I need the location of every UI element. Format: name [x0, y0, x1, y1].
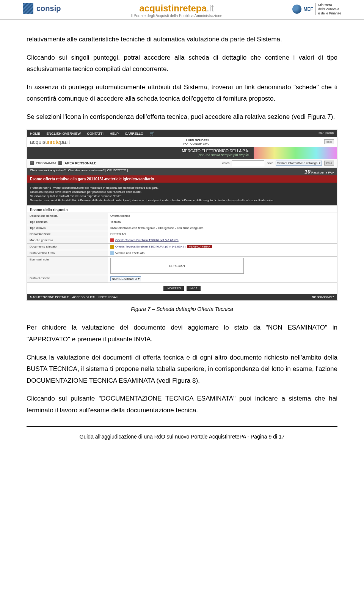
user-org: PO - CONSIP SPA: [183, 142, 209, 145]
desc-value: Offerta tecnica: [108, 213, 337, 219]
table-row: Documento allegatoOfferta Tecnica Errebi…: [27, 244, 337, 250]
table-row: Eventuali noteERREBIAN: [27, 257, 337, 275]
note-label: Eventuali note: [27, 257, 108, 275]
phone-icon: ☎: [312, 295, 316, 299]
cart-icon[interactable]: 🛒: [150, 131, 154, 136]
passi-q2[interactable]: Che strumento vuoi usare?: [68, 169, 105, 172]
footer-phone: 800-906-227: [317, 295, 334, 299]
logo-acquistinrete: acquistinretepa.it Il Portale degli Acqu…: [131, 3, 223, 18]
table-row: Stato verifica firmaVerifica non effettu…: [27, 250, 337, 257]
passi-pa[interactable]: Passi per la PA: [311, 171, 332, 174]
verifica-firma-button[interactable]: VERIFICA FIRMA: [187, 245, 212, 248]
doc-value[interactable]: Offerta Tecnica Errebian T10246.Pdf.p7m …: [115, 245, 185, 248]
pdf-icon: [110, 238, 114, 242]
emb-row2: acquistinretepa.it LUIGI SCUDERI PO - CO…: [27, 137, 337, 147]
indietro-button[interactable]: INDIETRO: [163, 286, 184, 291]
emb-infobox: I fornitori hanno inviato documentazione…: [27, 183, 337, 206]
emb-subtitle: Esame della risposta: [27, 205, 337, 213]
dots-icon[interactable]: ::: [58, 161, 62, 165]
emb-logo: acquistinretepa.it: [30, 139, 70, 145]
chevron-down-icon: ▾: [138, 277, 140, 281]
footer-manut[interactable]: MANUTENZIONE PORTALE: [30, 295, 69, 299]
esci-button[interactable]: esci: [324, 139, 334, 144]
consip-text: consip: [36, 4, 61, 13]
info-l4: Se avete reso possibile la visibilità de…: [30, 198, 334, 202]
mef-line1: Ministero: [318, 3, 341, 7]
topnav-carrello[interactable]: CARRELLO: [125, 132, 144, 136]
emb-topbar: HOME ENGLISH OVERVIEW CONTATTI HELP CARR…: [27, 130, 337, 137]
tipo-value: Tecnica: [108, 219, 337, 225]
invio-value: Invio telematico con firma digitale - Ob…: [108, 225, 337, 231]
figure-caption: Figura 7 – Scheda dettaglio Offerta Tecn…: [27, 306, 337, 312]
model-value[interactable]: Offerta Tecnica Errebian T20246.pdf (47.…: [115, 238, 179, 242]
topnav-help[interactable]: HELP: [110, 132, 119, 136]
passi-cruscotto[interactable]: CRUSCOTTO: [107, 169, 126, 172]
dots-icon[interactable]: ::: [30, 161, 34, 165]
logo-consip: consip: [23, 3, 61, 14]
color-strip: [254, 147, 337, 159]
consip-icon: [23, 3, 33, 14]
para-1: relativamente alle caratteristiche tecni…: [27, 34, 337, 46]
desc-label: Descrizione richiesta: [27, 213, 108, 219]
invia-button[interactable]: INVIA: [187, 286, 201, 291]
para-6: Chiusa la valutazione dei documenti di o…: [27, 352, 337, 387]
p7m-icon: [110, 245, 114, 249]
nav-area-personale[interactable]: AREA PERSONALE: [64, 161, 96, 165]
firma-value: Verifica non effettuata: [115, 251, 144, 255]
table-row: Descrizione richiestaOfferta tecnica: [27, 213, 337, 219]
emb-title: Esame offerta relativa alla gara 2011013…: [27, 175, 337, 183]
footer-access[interactable]: ACCESSIBILITA': [72, 295, 95, 299]
page-header: consip acquistinretepa.it Il Portale deg…: [0, 0, 364, 20]
para-2: Cliccando sui singoli punteggi, potrai a…: [27, 52, 337, 75]
emb-actions: INDIETRO INVIA: [27, 283, 337, 294]
denom-label: Denominazione: [27, 231, 108, 237]
invio-label: Tipo di invio: [27, 225, 108, 231]
logo-mef: MEF Ministero dell'Economia e delle Fina…: [292, 3, 341, 15]
mercato-line2: per una scelta sempre più ampia!: [27, 153, 249, 157]
info-l3: Selezionare quindi lo stato di esame del…: [30, 194, 334, 198]
para-5: Per chiudere la valutazione del document…: [27, 322, 337, 345]
topnav-contatti[interactable]: CONTATTI: [87, 132, 104, 136]
table-row: Modello generatoOfferta Tecnica Errebian…: [27, 237, 337, 244]
doc-label: Documento allegato: [27, 244, 108, 250]
denom-value: ERREBIAN: [108, 231, 337, 237]
mef-line3: e delle Finanze: [318, 11, 341, 16]
mef-icon: [292, 5, 301, 14]
table-row: Tipo richiestaTecnica: [27, 219, 337, 225]
para-7: Cliccando sul pulsante "DOCUMENTAZIONE T…: [27, 393, 337, 416]
emb-navrow: :: PROGRAMMA :: AREA PERSONALE cerca dov…: [27, 159, 337, 168]
ten-icon: 10: [304, 169, 311, 175]
para-3: In assenza di punteggi automaticamente a…: [27, 82, 337, 105]
user-name: LUIGI SCUDERI: [183, 139, 209, 142]
nav-programma[interactable]: PROGRAMMA: [36, 161, 56, 165]
body-content: relativamente alle caratteristiche tecni…: [0, 20, 364, 426]
model-label: Modello generato: [27, 237, 108, 244]
footer-note[interactable]: NOTE LEGALI: [99, 295, 118, 299]
stato-label: Stato di esame: [27, 275, 108, 283]
passi-q1[interactable]: Che cosa vuoi acquistare?: [30, 169, 66, 172]
topbar-right-logos: MEF | consip: [318, 131, 334, 136]
mef-line2: dell'Economia: [318, 7, 341, 11]
page-footer: Guida all'aggiudicazione di una RdO sul …: [0, 427, 364, 451]
para-4: Se selezioni l'icona in corrispondenza d…: [27, 111, 337, 123]
emb-passi: Che cosa vuoi acquistare? | Che strument…: [27, 168, 337, 175]
emb-table: Descrizione richiestaOfferta tecnica Tip…: [27, 213, 337, 283]
cerca-input[interactable]: [232, 160, 264, 166]
logo-tld: .it: [207, 3, 214, 13]
verify-icon: [110, 251, 114, 255]
cerca-invia-button[interactable]: invia: [324, 161, 334, 166]
stato-select[interactable]: NON ESAMINATO▾: [110, 276, 141, 281]
table-row: Stato di esameNON ESAMINATO▾: [27, 275, 337, 283]
emb-footer: MANUTENZIONE PORTALE ACCESSIBILITA' NOTE…: [27, 294, 337, 300]
tipo-label: Tipo richiesta: [27, 219, 108, 225]
logo-main: acquistinretepa: [139, 3, 206, 13]
topnav-english[interactable]: ENGLISH OVERVIEW: [47, 132, 81, 136]
topnav-home[interactable]: HOME: [30, 132, 40, 136]
dove-select[interactable]: Sezioni informative e catalogo▾: [276, 161, 322, 166]
emb-userinfo: LUIGI SCUDERI PO - CONSIP SPA: [183, 139, 209, 145]
table-row: DenominazioneERREBIAN: [27, 231, 337, 237]
mercato-line1: MERCATO ELETTRONICO DELLA P.A.: [27, 149, 249, 153]
note-textarea[interactable]: ERREBIAN: [110, 258, 244, 274]
logo-sub: Il Portale degli Acquisti della Pubblica…: [131, 14, 223, 18]
dove-label: dove: [267, 161, 273, 165]
